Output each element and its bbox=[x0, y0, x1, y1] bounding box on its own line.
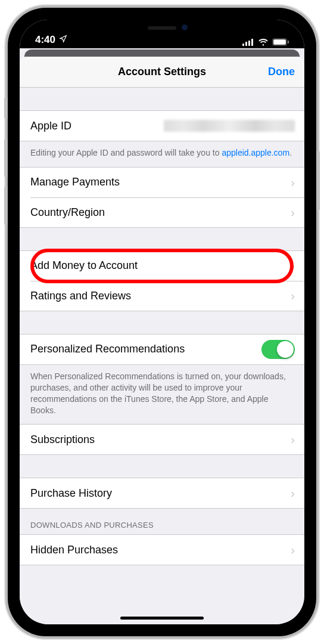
apple-id-link[interactable]: appleid.apple.com bbox=[222, 148, 289, 157]
svg-rect-0 bbox=[242, 44, 244, 46]
apple-id-hint-prefix: Editing your Apple ID and password will … bbox=[30, 148, 222, 157]
downloads-header: DOWNLOADS AND PURCHASES bbox=[20, 509, 304, 534]
status-right bbox=[242, 38, 289, 46]
status-time: 4:40 bbox=[35, 34, 55, 46]
group-hidden-purchases: Hidden Purchases › bbox=[20, 534, 304, 565]
group-personalized: Personalized Recommendations bbox=[20, 334, 304, 365]
row-country-region[interactable]: Country/Region › bbox=[30, 197, 304, 227]
manage-payments-label: Manage Payments bbox=[30, 176, 287, 188]
phone-frame: 4:40 bbox=[8, 8, 316, 636]
ratings-reviews-label: Ratings and Reviews bbox=[30, 290, 287, 302]
row-purchase-history[interactable]: Purchase History › bbox=[20, 478, 304, 508]
phone-bezel: 4:40 bbox=[20, 20, 304, 624]
apple-id-hint-suffix: . bbox=[289, 148, 292, 157]
row-personalized: Personalized Recommendations bbox=[20, 335, 304, 364]
side-button-silence bbox=[4, 97, 8, 119]
apple-id-footer: Editing your Apple ID and password will … bbox=[20, 141, 304, 167]
apple-id-label: Apple ID bbox=[30, 120, 164, 132]
location-arrow-icon bbox=[59, 34, 67, 46]
group-add-money: Add Money to Account › Ratings and Revie… bbox=[20, 250, 304, 311]
chevron-right-icon: › bbox=[291, 290, 295, 302]
personalized-footer: When Personalized Recommendations is tur… bbox=[20, 365, 304, 425]
notch bbox=[99, 20, 225, 39]
svg-rect-5 bbox=[273, 39, 286, 45]
group-purchase-history: Purchase History › bbox=[20, 478, 304, 509]
apple-id-value-blurred bbox=[164, 120, 295, 132]
row-hidden-purchases[interactable]: Hidden Purchases › bbox=[20, 535, 304, 565]
page-title: Account Settings bbox=[118, 66, 206, 78]
content-scroll[interactable]: Apple ID Editing your Apple ID and passw… bbox=[20, 88, 304, 624]
spacer bbox=[20, 311, 304, 334]
subscriptions-label: Subscriptions bbox=[30, 434, 287, 446]
svg-rect-6 bbox=[288, 41, 289, 44]
chevron-right-icon: › bbox=[291, 206, 295, 218]
chevron-right-icon: › bbox=[291, 177, 295, 188]
svg-rect-2 bbox=[248, 41, 250, 46]
purchase-history-label: Purchase History bbox=[30, 487, 287, 500]
account-settings-sheet: Account Settings Done Apple ID Editing y… bbox=[20, 57, 304, 624]
svg-rect-3 bbox=[251, 39, 253, 46]
toggle-knob bbox=[277, 341, 294, 358]
side-button-volume-up bbox=[4, 139, 8, 177]
row-ratings-reviews[interactable]: Ratings and Reviews › bbox=[30, 281, 304, 311]
hidden-purchases-label: Hidden Purchases bbox=[30, 544, 287, 556]
wifi-icon bbox=[258, 38, 269, 46]
row-manage-payments[interactable]: Manage Payments › bbox=[20, 168, 304, 197]
status-left: 4:40 bbox=[35, 34, 67, 46]
group-apple-id: Apple ID bbox=[20, 110, 304, 141]
country-region-label: Country/Region bbox=[30, 206, 287, 219]
battery-icon bbox=[272, 38, 289, 46]
chevron-right-icon: › bbox=[291, 260, 295, 272]
chevron-right-icon: › bbox=[291, 544, 295, 556]
svg-rect-1 bbox=[245, 42, 247, 46]
group-subscriptions: Subscriptions › bbox=[20, 424, 304, 455]
personalized-toggle[interactable] bbox=[261, 340, 295, 359]
side-button-power bbox=[316, 151, 320, 210]
chevron-right-icon: › bbox=[291, 434, 295, 445]
signal-icon bbox=[242, 39, 254, 46]
add-money-label: Add Money to Account bbox=[30, 259, 287, 272]
screen: 4:40 bbox=[20, 20, 304, 624]
spacer bbox=[20, 88, 304, 110]
done-button[interactable]: Done bbox=[268, 66, 295, 78]
side-button-volume-down bbox=[4, 187, 8, 225]
personalized-label: Personalized Recommendations bbox=[30, 343, 261, 355]
nav-bar: Account Settings Done bbox=[20, 57, 304, 88]
row-subscriptions[interactable]: Subscriptions › bbox=[20, 425, 304, 454]
row-apple-id[interactable]: Apple ID bbox=[20, 111, 304, 141]
row-add-money[interactable]: Add Money to Account › bbox=[20, 251, 304, 281]
chevron-right-icon: › bbox=[291, 487, 295, 499]
spacer bbox=[20, 455, 304, 478]
home-indicator[interactable] bbox=[120, 617, 204, 620]
group-payments: Manage Payments › Country/Region › bbox=[20, 167, 304, 228]
spacer bbox=[20, 228, 304, 250]
